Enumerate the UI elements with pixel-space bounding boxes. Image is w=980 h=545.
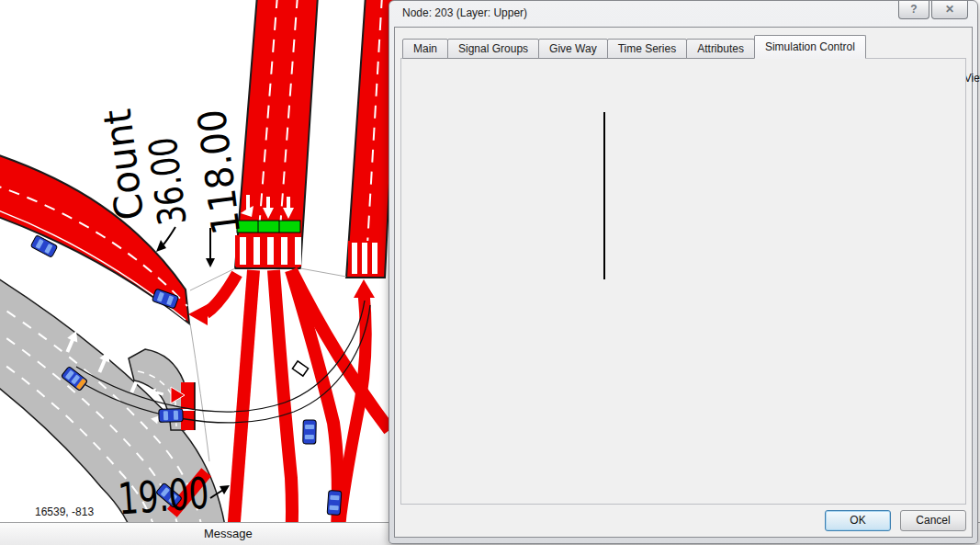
tab-page: [400, 58, 966, 505]
north-crosswalk: [235, 235, 301, 267]
tab-simulation-control[interactable]: Simulation Control: [754, 35, 866, 59]
dialog-title: Node: 203 (Layer: Upper): [402, 6, 527, 19]
arrowhead: [220, 485, 230, 494]
tab-bar: MainSignal GroupsGive WayTime SeriesAttr…: [402, 39, 865, 59]
northeast-crosswalk: [348, 241, 384, 276]
count-value-36: 36.00: [140, 135, 195, 228]
tab-time-series[interactable]: Time Series: [607, 39, 688, 59]
status-message: Message: [204, 527, 253, 540]
tab-signal-groups[interactable]: Signal Groups: [447, 39, 539, 59]
vehicle: [303, 420, 316, 444]
cursor-coordinates: 16539, -813: [35, 505, 94, 518]
tab-attributes[interactable]: Attributes: [686, 39, 755, 59]
ok-button[interactable]: OK: [825, 510, 891, 531]
arrowhead: [206, 258, 215, 267]
count-value-19: 19.00: [117, 468, 211, 525]
vehicle: [327, 491, 342, 516]
cancel-button[interactable]: Cancel: [900, 510, 966, 531]
count-value-118: 118.00: [189, 107, 249, 237]
dialog-client-area: MainSignal GroupsGive WayTime SeriesAttr…: [394, 27, 973, 538]
left-turn-arrowhead: [188, 304, 208, 325]
vehicle: [159, 409, 183, 423]
node-dialog: Node: 203 (Layer: Upper) ? ✕ MainSignal …: [389, 0, 978, 544]
help-button[interactable]: ?: [898, 1, 929, 19]
tab-give-way[interactable]: Give Way: [538, 39, 608, 59]
close-button[interactable]: ✕: [931, 1, 968, 19]
branch-stop-strip: [181, 382, 195, 430]
tab-main[interactable]: Main: [402, 39, 448, 59]
chart-time-cursor[interactable]: [603, 112, 605, 279]
up-turn-arrowhead: [354, 279, 375, 298]
signal-gate-marker: [292, 361, 308, 376]
